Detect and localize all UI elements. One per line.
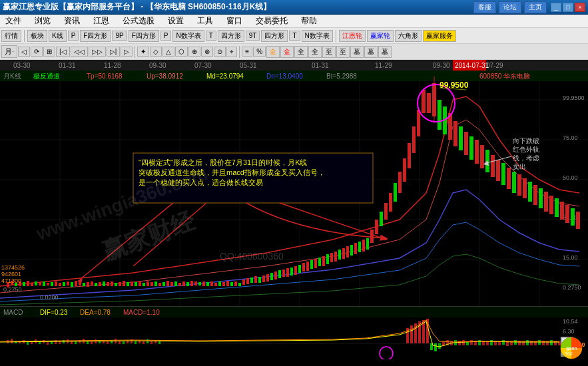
- toolbar2-draw3[interactable]: △: [162, 47, 174, 57]
- svg-rect-115: [294, 266, 297, 275]
- toolbar1: 行情 板块 K线 P F四方形 9P F四方形 P N数字表 T 四方形 9T …: [0, 28, 588, 44]
- svg-rect-160: [491, 155, 495, 177]
- svg-rect-144: [417, 110, 420, 136]
- svg-rect-83: [166, 281, 169, 286]
- toolbar2-draw8[interactable]: ⌖: [226, 47, 237, 57]
- toolbar2-nav5[interactable]: ▷|: [107, 47, 121, 57]
- svg-text:Tp=50.6168: Tp=50.6168: [87, 73, 123, 80]
- menu-news[interactable]: 资讯: [61, 15, 83, 27]
- svg-rect-53: [47, 283, 49, 285]
- toolbar-t[interactable]: T: [206, 31, 216, 41]
- toolbar-ntable[interactable]: N数字表: [172, 30, 204, 42]
- maximize-button[interactable]: □: [563, 3, 573, 12]
- toolbar2-btn1[interactable]: 月·: [1, 45, 17, 58]
- toolbar2-draw1[interactable]: ✦: [137, 47, 149, 57]
- svg-rect-259: [438, 343, 441, 349]
- menu-window[interactable]: 窗口: [224, 15, 245, 27]
- toolbar-wjwheel[interactable]: 赢家轮: [367, 30, 394, 42]
- toolbar2-draw7[interactable]: ⊙: [214, 47, 226, 57]
- toolbar-p[interactable]: P: [68, 31, 79, 41]
- svg-rect-59: [71, 282, 73, 287]
- svg-rect-134: [370, 230, 374, 243]
- svg-rect-101: [238, 283, 241, 286]
- toolbar2-nav4[interactable]: ▷▷: [89, 47, 106, 57]
- svg-text:0.0200: 0.0200: [40, 294, 59, 301]
- svg-rect-267: [470, 340, 473, 345]
- toolbar2-tool3[interactable]: 金: [266, 46, 280, 58]
- close-button[interactable]: ×: [575, 3, 585, 12]
- toolbar2-nav6[interactable]: ▷: [121, 47, 133, 57]
- toolbar-f4[interactable]: F四方形: [80, 30, 111, 42]
- chart-container: 03-30 01-31 11-28 09-30 07-30 05-31 01-3…: [0, 60, 588, 366]
- svg-rect-86: [178, 283, 181, 286]
- toolbar2-nav1[interactable]: ⊞: [43, 47, 55, 57]
- toolbar-9t4[interactable]: 四方形: [261, 30, 288, 42]
- svg-rect-78: [147, 281, 149, 286]
- menu-help[interactable]: 帮助: [298, 15, 320, 27]
- home-button[interactable]: 主页: [524, 1, 547, 13]
- toolbar2-tool4[interactable]: 金: [280, 46, 294, 58]
- svg-rect-114: [290, 268, 293, 275]
- toolbar2-tool9[interactable]: 墓: [350, 46, 364, 58]
- svg-text:471300: 471300: [1, 277, 21, 284]
- toolbar-9p[interactable]: 9P: [112, 31, 127, 41]
- forum-button[interactable]: 论坛: [499, 1, 521, 13]
- toolbar2-refresh[interactable]: ⟳: [31, 47, 43, 57]
- toolbar-service[interactable]: 赢家服务: [423, 30, 456, 42]
- toolbar-9t[interactable]: 9T: [246, 31, 260, 41]
- toolbar2-tool6[interactable]: 全: [308, 46, 322, 58]
- svg-rect-48: [27, 281, 29, 286]
- menu-browse[interactable]: 浏览: [32, 15, 53, 27]
- toolbar2-tool7[interactable]: 至: [322, 46, 336, 58]
- menu-gann[interactable]: 江恩: [91, 15, 112, 27]
- sep1: [24, 30, 25, 42]
- toolbar-hex[interactable]: 六角形: [395, 30, 422, 42]
- menu-settings[interactable]: 设置: [165, 15, 186, 27]
- minimize-button[interactable]: _: [551, 3, 561, 12]
- svg-rect-272: [490, 340, 493, 345]
- toolbar-t4[interactable]: 四方形: [218, 30, 244, 42]
- toolbar2-tool10[interactable]: 墓: [364, 46, 378, 58]
- svg-rect-139: [394, 183, 397, 202]
- toolbar2-draw6[interactable]: ⊗: [201, 47, 213, 57]
- svg-rect-172: [555, 198, 559, 217]
- toolbar2-tool8[interactable]: 至: [336, 46, 350, 58]
- svg-rect-136: [380, 212, 383, 226]
- svg-rect-275: [502, 340, 505, 345]
- menu-file[interactable]: 文件: [3, 15, 24, 27]
- svg-rect-287: [550, 340, 553, 345]
- toolbar2-draw5[interactable]: ⊕: [188, 47, 200, 57]
- menu-trade[interactable]: 交易委托: [253, 15, 290, 27]
- menu-tools[interactable]: 工具: [194, 15, 216, 27]
- menu-formula[interactable]: 公式选股: [120, 15, 157, 27]
- svg-text:QQ:400800360: QQ:400800360: [220, 251, 284, 262]
- svg-text:11-29: 11-29: [375, 62, 392, 69]
- sep2: [336, 30, 336, 42]
- svg-text:09-30: 09-30: [433, 62, 450, 69]
- svg-text:99.9500: 99.9500: [563, 94, 585, 101]
- toolbar2-tool2[interactable]: %: [253, 47, 266, 57]
- toolbar2-nav2[interactable]: |◁: [56, 47, 70, 57]
- toolbar2-tool5[interactable]: 全: [294, 46, 308, 58]
- toolbar2-tool11[interactable]: 墓: [378, 46, 392, 58]
- toolbar-board[interactable]: 板块: [27, 30, 47, 42]
- svg-text:DIF=0.23: DIF=0.23: [40, 309, 68, 316]
- toolbar-tn[interactable]: T: [289, 31, 300, 41]
- toolbar2-back[interactable]: ◁: [18, 47, 30, 57]
- toolbar-pn[interactable]: P: [160, 31, 172, 41]
- svg-point-290: [380, 347, 393, 359]
- svg-rect-109: [270, 273, 273, 280]
- svg-rect-70: [115, 283, 117, 286]
- toolbar2-tool1[interactable]: ≡: [242, 47, 252, 57]
- toolbar-tn2[interactable]: N数字表: [302, 30, 333, 42]
- toolbar-gannwheel[interactable]: 江恩轮: [339, 30, 366, 42]
- toolbar-kline[interactable]: K线: [49, 30, 67, 42]
- customer-service-button[interactable]: 客服: [473, 1, 496, 13]
- toolbar2-draw4[interactable]: ⬡: [175, 47, 188, 57]
- toolbar-market[interactable]: 行情: [1, 30, 21, 42]
- toolbar2-draw2[interactable]: ◇: [150, 47, 162, 57]
- svg-rect-57: [63, 282, 65, 286]
- toolbar2-nav3[interactable]: ◁◁: [71, 47, 88, 57]
- toolbar-f4b[interactable]: F四方形: [129, 30, 159, 42]
- svg-rect-82: [162, 282, 165, 286]
